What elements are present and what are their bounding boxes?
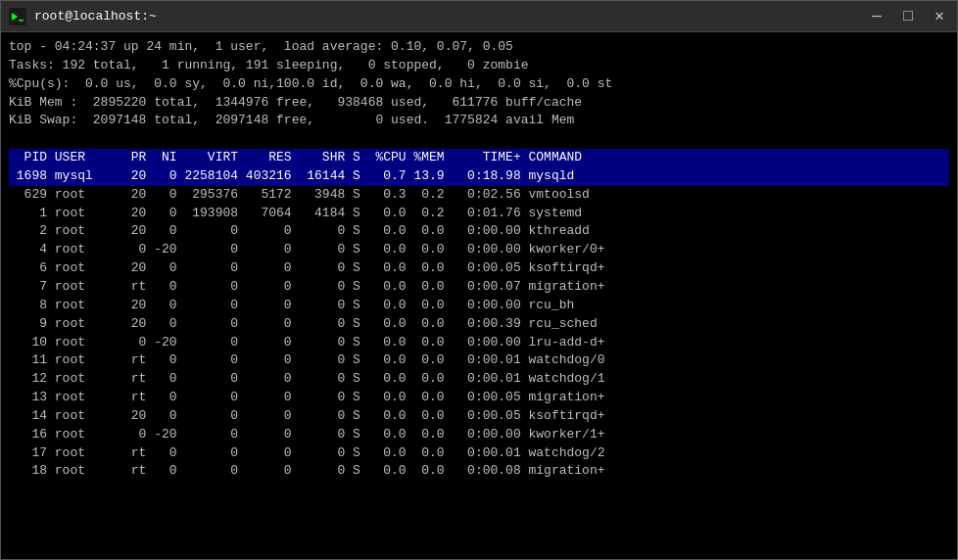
stat-line-5: KiB Swap: 2097148 total, 2097148 free, 0… <box>9 112 949 130</box>
stat-line-3: %Cpu(s): 0.0 us, 0.0 sy, 0.0 ni,100.0 id… <box>9 75 949 94</box>
blank-line <box>9 130 949 149</box>
process-row-0: 1698 mysql 20 0 2258104 403216 16144 S 0… <box>9 167 949 186</box>
process-row-14: 16 root 0 -20 0 0 0 S 0.0 0.0 0:00.00 kw… <box>9 426 949 444</box>
process-row-2: 1 root 20 0 193908 7064 4184 S 0.0 0.2 0… <box>9 205 949 223</box>
process-row-16: 18 root rt 0 0 0 0 S 0.0 0.0 0:00.08 mig… <box>9 462 949 481</box>
maximize-button[interactable]: □ <box>898 9 918 24</box>
process-row-4: 4 root 0 -20 0 0 0 S 0.0 0.0 0:00.00 kwo… <box>9 241 949 259</box>
process-row-7: 8 root 20 0 0 0 0 S 0.0 0.0 0:00.00 rcu_… <box>9 297 949 315</box>
window-title: root@localhost:~ <box>34 9 867 23</box>
process-row-10: 11 root rt 0 0 0 0 S 0.0 0.0 0:00.01 wat… <box>9 351 949 370</box>
close-button[interactable]: ✕ <box>930 9 949 24</box>
process-row-9: 10 root 0 -20 0 0 0 S 0.0 0.0 0:00.00 lr… <box>9 334 949 352</box>
stat-line-2: Tasks: 192 total, 1 running, 191 sleepin… <box>9 57 949 75</box>
process-row-3: 2 root 20 0 0 0 0 S 0.0 0.0 0:00.00 kthr… <box>9 222 949 241</box>
window-controls: — □ ✕ <box>867 9 949 24</box>
svg-rect-2 <box>19 20 24 22</box>
titlebar: root@localhost:~ — □ ✕ <box>1 1 957 32</box>
stat-line-4: KiB Mem : 2895220 total, 1344976 free, 9… <box>9 94 949 113</box>
process-row-1: 629 root 20 0 295376 5172 3948 S 0.3 0.2… <box>9 186 949 205</box>
process-row-11: 12 root rt 0 0 0 0 S 0.0 0.0 0:00.01 wat… <box>9 370 949 389</box>
terminal-icon <box>9 8 26 25</box>
process-table-header: PID USER PR NI VIRT RES SHR S %CPU %MEM … <box>9 149 949 167</box>
process-row-6: 7 root rt 0 0 0 0 S 0.0 0.0 0:00.07 migr… <box>9 278 949 297</box>
process-row-12: 13 root rt 0 0 0 0 S 0.0 0.0 0:00.05 mig… <box>9 389 949 407</box>
process-row-13: 14 root 20 0 0 0 0 S 0.0 0.0 0:00.05 kso… <box>9 407 949 426</box>
process-row-8: 9 root 20 0 0 0 0 S 0.0 0.0 0:00.39 rcu_… <box>9 315 949 334</box>
stat-line-1: top - 04:24:37 up 24 min, 1 user, load a… <box>9 38 949 57</box>
terminal-content: top - 04:24:37 up 24 min, 1 user, load a… <box>1 32 957 559</box>
process-row-5: 6 root 20 0 0 0 0 S 0.0 0.0 0:00.05 ksof… <box>9 259 949 278</box>
terminal-window: root@localhost:~ — □ ✕ top - 04:24:37 up… <box>0 0 958 560</box>
process-row-15: 17 root rt 0 0 0 0 S 0.0 0.0 0:00.01 wat… <box>9 444 949 463</box>
minimize-button[interactable]: — <box>867 9 886 24</box>
